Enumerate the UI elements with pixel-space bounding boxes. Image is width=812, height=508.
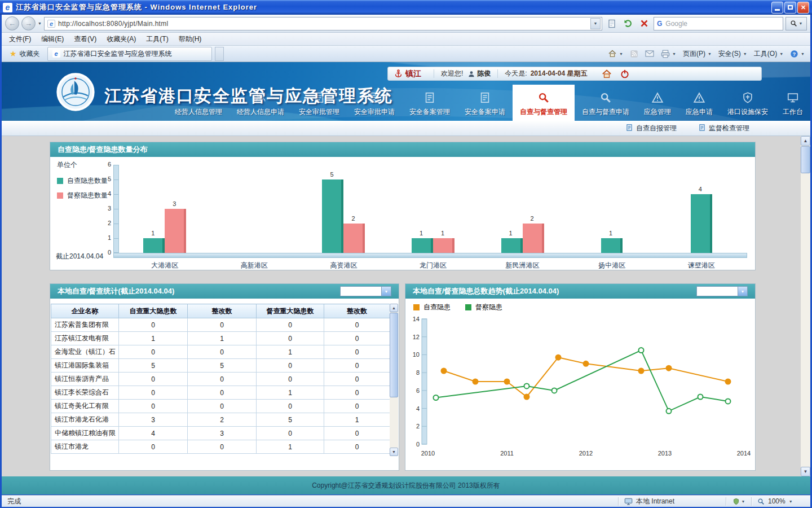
zoom-control[interactable]: 100% ▼ [752,497,810,505]
bar[interactable]: 2 [523,224,544,253]
scroll-down-button[interactable]: ▼ [801,467,810,476]
favorites-button[interactable]: ★ 收藏夹 [5,47,45,60]
table-row[interactable]: 江苏镇江发电有限1100 [51,332,390,345]
bar-value-label: 3 [165,200,184,207]
bar[interactable]: 5 [322,179,343,253]
bar[interactable]: 1 [433,238,454,253]
bar-value-label: 1 [601,230,620,237]
nav-item-default[interactable]: 应急管理 [637,85,678,121]
bar[interactable]: 2 [343,224,365,253]
table-row[interactable]: 镇江恒泰沥青产品0000 [51,373,390,386]
menu-item[interactable]: 查看(V) [69,33,102,46]
app-header: 江苏省港口安全监管与应急管理系统 镇江 欢迎您! 陈俊 今天是: 2014-04… [2,62,810,121]
close-button[interactable]: ✕ [797,2,809,14]
back-button[interactable]: ← [5,16,19,30]
nav-item-default[interactable]: 港口设施保安 [720,85,775,121]
subnav-item-label: 监督检查管理 [709,124,749,133]
bar[interactable]: 1 [501,238,523,253]
value-cell: 0 [119,440,188,454]
bar[interactable]: 3 [165,209,186,253]
bar[interactable]: 1 [601,238,623,253]
url-input[interactable]: e http://localhost:8080/yjpt/Main.html ▼ [44,17,602,30]
nav-item-active[interactable]: 自查与督查管理 [513,85,575,121]
subnav-item[interactable]: 监督检查管理 [698,124,749,133]
value-cell: 1 [257,345,324,359]
value-cell: 0 [188,386,257,400]
mail-button[interactable] [645,50,654,58]
feeds-button[interactable] [630,50,638,58]
table-scrollbar[interactable]: ▲ ▼ [390,304,398,456]
search-button[interactable]: ▼ [785,17,807,30]
bar[interactable]: 1 [412,238,433,253]
url-dropdown-icon[interactable]: ▼ [590,18,601,29]
table-row[interactable]: 镇江市港龙0010 [51,440,390,454]
value-cell: 0 [257,373,324,386]
page-menu-button[interactable]: 页面(P)▼ [683,49,712,59]
print-button[interactable]: ▼ [661,50,676,58]
self-check-apply-icon [599,91,612,106]
line-filter-select[interactable]: ▼ [696,286,748,296]
bar[interactable]: 4 [691,194,712,253]
table-row[interactable]: 中储粮镇江粮油有限4300 [51,427,390,440]
nav-item-default[interactable]: 安全备案申请 [457,85,513,121]
title-bar: e 江苏省港口安全监管与应急管理系统 - Windows Internet Ex… [0,0,812,15]
subnav-item[interactable]: 自查自报管理 [625,124,677,133]
compatibility-view-button[interactable] [604,16,619,30]
value-cell: 0 [257,332,324,345]
subnav-item-label: 自查自报管理 [636,124,677,133]
refresh-button[interactable] [621,16,635,30]
logout-icon[interactable] [620,69,630,79]
table-row[interactable]: 江苏索普集团有限0000 [51,318,390,332]
stop-button[interactable] [637,16,651,30]
nav-item-default[interactable]: 工作台 [775,85,810,121]
svg-text:10: 10 [413,351,420,358]
menu-item[interactable]: 工具(T) [141,33,173,46]
value-cell: 3 [119,413,188,427]
table-row[interactable]: 镇江奇美化工有限0000 [51,400,390,413]
table-filter-select[interactable]: ▼ [340,286,391,296]
search-input[interactable]: G Google [654,17,783,30]
table-scroll-thumb[interactable] [390,313,398,397]
menu-item[interactable]: 帮助(H) [174,33,207,46]
bar[interactable]: 1 [143,238,165,253]
scroll-up-button[interactable]: ▲ [801,136,810,146]
value-cell: 0 [324,440,390,454]
table-row[interactable]: 镇江港国际集装箱5500 [51,359,390,373]
user-icon [467,70,475,78]
help-button[interactable]: ? ▼ [790,50,805,58]
table-header-cell: 整改数 [324,304,390,318]
nav-item-label: 安全备案管理 [409,107,450,117]
protected-mode-indicator[interactable]: ▼ [726,498,751,505]
bar-value-label: 1 [433,230,452,237]
maximize-button[interactable] [784,2,796,14]
value-cell: 0 [188,345,257,359]
safety-menu-button[interactable]: 安全(S)▼ [718,49,747,59]
menu-item[interactable]: 编辑(E) [36,33,69,46]
chevron-down-icon: ▼ [738,286,748,296]
table-scroll-up-button[interactable]: ▲ [390,304,398,312]
forward-button[interactable]: → [21,16,36,30]
ie-icon: e [3,3,12,12]
favorites-bar: ★ 收藏夹 e 江苏省港口安全监管与应急管理系统 ▼ ▼ 页面(P)▼ 安 [2,46,810,62]
nav-item-default[interactable]: 自查与督查申请 [575,85,637,121]
nav-item-default[interactable]: 应急申请 [678,85,720,121]
table-row[interactable]: 镇江李长荣综合石0010 [51,386,390,400]
nav-item-default[interactable]: 安全备案管理 [402,85,457,121]
home-button[interactable]: ▼ [608,49,623,58]
table-row[interactable]: 金海宏业（镇江）石0010 [51,345,390,359]
menu-item[interactable]: 文件(F) [4,33,36,46]
value-cell: 1 [324,413,390,427]
tools-menu-button[interactable]: 工具(O)▼ [754,49,783,59]
table-row[interactable]: 镇江市港龙石化港3251 [51,413,390,427]
browser-tab[interactable]: e 江苏省港口安全监管与应急管理系统 [47,47,212,61]
history-dropdown-icon[interactable]: ▼ [38,21,42,25]
new-tab-button[interactable] [215,47,224,61]
scroll-thumb[interactable] [801,146,810,173]
menu-item[interactable]: 收藏夹(A) [102,33,141,46]
home-shortcut-icon[interactable] [602,69,612,79]
y-tick-label: 1 [93,234,111,241]
page-scrollbar[interactable]: ▲ ▼ [801,136,810,476]
chevron-down-icon: ▼ [382,286,391,296]
minimize-button[interactable] [771,2,783,14]
table-scroll-down-button[interactable]: ▼ [390,448,398,456]
